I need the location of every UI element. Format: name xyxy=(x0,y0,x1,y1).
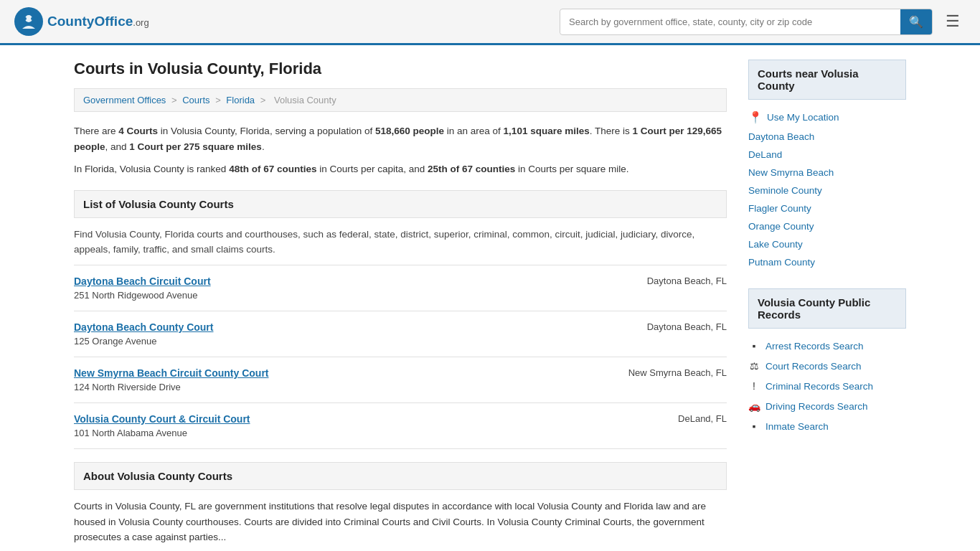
court-address: 251 North Ridgewood Avenue xyxy=(74,290,211,301)
nearby-location-link[interactable]: Flagler County xyxy=(748,199,906,217)
court-list: Daytona Beach Circuit Court 251 North Ri… xyxy=(74,265,727,449)
court-name[interactable]: Daytona Beach Circuit Court xyxy=(74,276,211,287)
site-header: CountyOffice.org 🔍 ☰ xyxy=(0,0,980,45)
inmate-search-icon: ▪ xyxy=(748,420,760,432)
court-item: Daytona Beach Circuit Court 251 North Ri… xyxy=(74,265,727,311)
public-records-item: ▪ Inmate Search xyxy=(748,416,906,436)
court-name[interactable]: Daytona Beach County Court xyxy=(74,321,213,333)
public-records-item: ! Criminal Records Search xyxy=(748,376,906,396)
content-area: Courts in Volusia County, Florida Govern… xyxy=(74,60,727,551)
nearby-location-link[interactable]: Orange County xyxy=(748,217,906,235)
public-records-title: Volusia County Public Records xyxy=(748,288,906,329)
use-my-location-link[interactable]: 📍 Use My Location xyxy=(748,107,906,128)
page-title: Courts in Volusia County, Florida xyxy=(74,60,727,78)
svg-point-2 xyxy=(24,17,27,20)
nearby-section: Courts near Volusia County 📍 Use My Loca… xyxy=(748,60,906,271)
search-button[interactable]: 🔍 xyxy=(900,9,932,34)
court-city: New Smyrna Beach, FL xyxy=(628,367,727,378)
court-item-row: Daytona Beach Circuit Court 251 North Ri… xyxy=(74,276,727,301)
nearby-location-link[interactable]: Daytona Beach xyxy=(748,128,906,146)
sidebar: Courts near Volusia County 📍 Use My Loca… xyxy=(748,60,906,551)
court-item: Daytona Beach County Court 125 Orange Av… xyxy=(74,311,727,357)
court-address: 101 North Alabama Avenue xyxy=(74,428,250,438)
breadcrumb-florida[interactable]: Florida xyxy=(226,95,255,105)
court-records-icon: ⚖ xyxy=(748,360,760,372)
court-item: Volusia County Court & Circuit Court 101… xyxy=(74,403,727,449)
search-input[interactable] xyxy=(560,11,900,33)
public-records-item: ▪ Arrest Records Search xyxy=(748,336,906,356)
public-records-item: 🚗 Driving Records Search xyxy=(748,396,906,416)
court-name[interactable]: Volusia County Court & Circuit Court xyxy=(74,413,250,425)
nearby-location-link[interactable]: Putnam County xyxy=(748,253,906,271)
nearby-location-link[interactable]: Seminole County xyxy=(748,182,906,199)
list-description: Find Volusia County, Florida courts and … xyxy=(74,218,727,265)
court-city: Daytona Beach, FL xyxy=(647,276,727,286)
public-records-link[interactable]: Inmate Search xyxy=(765,421,829,432)
breadcrumb-current: Volusia County xyxy=(274,95,336,105)
nearby-title: Courts near Volusia County xyxy=(748,60,906,100)
court-city: DeLand, FL xyxy=(678,413,727,424)
nearby-location-link[interactable]: DeLand xyxy=(748,146,906,164)
breadcrumb-gov-offices[interactable]: Government Offices xyxy=(83,95,166,105)
court-name[interactable]: New Smyrna Beach Circuit County Court xyxy=(74,367,269,379)
court-city: Daytona Beach, FL xyxy=(647,321,727,332)
search-bar: 🔍 xyxy=(560,9,933,35)
svg-point-3 xyxy=(31,17,34,20)
public-records-link[interactable]: Arrest Records Search xyxy=(765,341,864,352)
about-text: Courts in Volusia County, FL are governm… xyxy=(74,490,727,551)
header-right: 🔍 ☰ xyxy=(560,9,966,35)
court-address: 124 North Riverside Drive xyxy=(74,382,269,392)
public-records-list: ▪ Arrest Records Search ⚖ Court Records … xyxy=(748,336,906,436)
court-item-row: Volusia County Court & Circuit Court 101… xyxy=(74,413,727,438)
breadcrumb-courts[interactable]: Courts xyxy=(182,95,209,105)
criminal-records-icon: ! xyxy=(748,380,760,392)
arrest-records-icon: ▪ xyxy=(748,340,760,352)
use-my-location-label: Use My Location xyxy=(767,112,839,123)
court-item-row: Daytona Beach County Court 125 Orange Av… xyxy=(74,321,727,347)
info-paragraph-1: There are 4 Courts in Volusia County, Fl… xyxy=(74,123,727,154)
menu-icon[interactable]: ☰ xyxy=(940,9,966,34)
public-records-link[interactable]: Criminal Records Search xyxy=(765,381,873,392)
breadcrumb: Government Offices > Courts > Florida > … xyxy=(74,88,727,112)
court-address: 125 Orange Avenue xyxy=(74,336,213,347)
public-records-section: Volusia County Public Records ▪ Arrest R… xyxy=(748,288,906,436)
main-container: Courts in Volusia County, Florida Govern… xyxy=(60,45,920,551)
list-section-header: List of Volusia County Courts xyxy=(74,190,727,218)
court-item: New Smyrna Beach Circuit County Court 12… xyxy=(74,357,727,403)
nearby-location-link[interactable]: Lake County xyxy=(748,235,906,253)
about-section-header: About Volusia County Courts xyxy=(74,462,727,490)
location-dot-icon: 📍 xyxy=(748,110,763,124)
driving-records-icon: 🚗 xyxy=(748,400,760,412)
nearby-location-link[interactable]: New Smyrna Beach xyxy=(748,164,906,182)
info-paragraph-2: In Florida, Volusia County is ranked 48t… xyxy=(74,161,727,177)
public-records-link[interactable]: Driving Records Search xyxy=(765,401,868,412)
nearby-links: Daytona BeachDeLandNew Smyrna BeachSemin… xyxy=(748,128,906,271)
court-item-row: New Smyrna Beach Circuit County Court 12… xyxy=(74,367,727,392)
public-records-item: ⚖ Court Records Search xyxy=(748,356,906,376)
logo-text: CountyOffice.org xyxy=(47,14,149,29)
logo-icon xyxy=(14,7,43,36)
logo-area: CountyOffice.org xyxy=(14,7,149,36)
public-records-link[interactable]: Court Records Search xyxy=(765,361,862,372)
